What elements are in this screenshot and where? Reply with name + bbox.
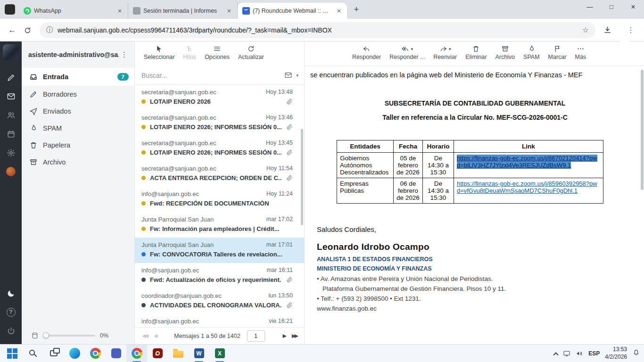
message-row[interactable]: Junta Parroquial San Juan mar 17:02 Fw: … xyxy=(135,212,304,238)
mail-task-icon[interactable] xyxy=(1,87,20,106)
notifications-bell-icon[interactable] xyxy=(632,348,640,358)
dark-mode-moon-icon[interactable] xyxy=(1,284,20,303)
taskbar-edge[interactable] xyxy=(64,345,85,362)
search-scope[interactable]: ▾ xyxy=(284,71,298,79)
message-row[interactable]: secretaria@sanjuan.gob.ec Hoy 11:54 ACTA… xyxy=(135,161,304,187)
taskbar-word[interactable]: W xyxy=(189,345,209,362)
taskbar-excel[interactable]: X xyxy=(209,345,230,362)
help-icon[interactable]: ? xyxy=(1,303,20,321)
zoom-link-selected[interactable]: https://finanzas-gob-ec.zoom.us/j/867021… xyxy=(457,155,597,169)
tab-close-icon[interactable]: × xyxy=(225,7,233,15)
more-button[interactable]: Más xyxy=(570,44,590,61)
last-page-button[interactable]: ▶▶ xyxy=(289,333,300,339)
select-button[interactable]: Seleccionar xyxy=(140,44,179,61)
quota-slider[interactable] xyxy=(43,335,95,337)
threads-button[interactable]: Hilos xyxy=(179,44,200,61)
inbox-icon xyxy=(29,73,38,81)
hidden-icons-chevron[interactable] xyxy=(553,352,559,357)
volume-icon[interactable] xyxy=(576,350,583,357)
maximize-button[interactable]: □ xyxy=(601,0,622,15)
message-subject: Fw: CONVOCATORIA Talleres de revelacion.… xyxy=(150,251,293,258)
logout-power-icon[interactable] xyxy=(1,321,20,340)
tab-sesion-terminada[interactable]: Sesión terminada | Informes × xyxy=(128,3,238,19)
taskbar-browser-profile[interactable] xyxy=(85,345,106,362)
message-row[interactable]: coordinador@sanjuan.gob.ec lun 13:50 ACT… xyxy=(135,288,304,314)
reply-button[interactable]: Responder xyxy=(348,44,385,61)
next-page-button[interactable]: ▶ xyxy=(280,333,289,339)
reload-button[interactable] xyxy=(20,23,35,38)
page-number-input[interactable] xyxy=(247,330,265,342)
folder-papelera[interactable]: Papelera xyxy=(22,137,134,154)
tab-title: Sesión terminada | Informes xyxy=(143,8,222,14)
clock[interactable]: 13:53 4/2/2026 xyxy=(605,346,627,361)
reply-all-button[interactable]: ▾ Responder ... xyxy=(385,44,429,61)
status-dot xyxy=(141,278,146,282)
bookmark-star-icon[interactable]: ☆ xyxy=(582,25,589,34)
delete-button[interactable]: Eliminar xyxy=(461,44,491,61)
contacts-icon[interactable] xyxy=(1,106,20,124)
message-subject: LOTAIP ENERO 2026; INFORMES SESIÓN 0... xyxy=(150,149,281,156)
search-icon xyxy=(29,350,35,355)
task-view-icon xyxy=(50,350,58,356)
taskbar-file-explorer[interactable] xyxy=(168,345,189,362)
minimize-button[interactable]: — xyxy=(579,0,601,15)
tab-close-icon[interactable]: × xyxy=(116,7,124,15)
calendar-icon[interactable] xyxy=(1,124,20,143)
language-indicator[interactable]: ESP xyxy=(588,350,600,357)
message-row[interactable]: Junta Parroquial San Juan mar 17:01 Fw: … xyxy=(135,238,304,263)
first-page-button[interactable]: ◀◀ xyxy=(139,333,150,339)
folder-borradores[interactable]: Borradores xyxy=(22,86,134,103)
display-icon[interactable] xyxy=(563,350,570,357)
search-input[interactable] xyxy=(141,72,280,79)
new-tab-button[interactable]: + xyxy=(350,3,363,16)
message-row[interactable]: secretaria@sanjuan.gob.ec Hoy 13:48 LOTA… xyxy=(135,85,304,110)
taskbar-search-button[interactable] xyxy=(23,345,43,362)
start-button[interactable] xyxy=(2,345,23,362)
message-row[interactable]: secretaria@sanjuan.gob.ec Hoy 13:46 LOTA… xyxy=(135,110,304,136)
content-scrollbar[interactable] xyxy=(641,70,644,190)
zoom-link[interactable]: https://finanzas-gob-ec.zoom.us/j/859603… xyxy=(457,180,597,194)
close-button[interactable]: × xyxy=(622,0,644,15)
cpanel-icon[interactable] xyxy=(1,162,20,181)
list-scrollbar[interactable] xyxy=(301,129,303,225)
address-bar[interactable]: ⓘ webmail.sanjuan.gob.ec/cpsess996471146… xyxy=(40,22,595,38)
taskbar-chrome-active[interactable] xyxy=(126,345,147,362)
tab-roundcube-active[interactable]: (7) Roundcube Webmail :: Entra × xyxy=(238,3,347,19)
task-view-button[interactable] xyxy=(43,345,64,362)
settings-gear-icon[interactable] xyxy=(1,143,20,162)
taskbar-acrobat[interactable] xyxy=(147,345,168,362)
system-tray: ESP 13:53 4/2/2026 xyxy=(554,346,644,361)
browser-menu-icon[interactable]: ⋮ xyxy=(625,25,636,34)
folder-enviados[interactable]: Enviados xyxy=(22,103,134,120)
folder-entrada[interactable]: Entrada 7 xyxy=(22,68,134,86)
taskbar-teams[interactable] xyxy=(106,345,126,362)
col-fecha: Fecha xyxy=(393,140,422,153)
mark-button[interactable]: Marcar xyxy=(544,44,571,61)
signature-website: www.finanzas.gob.ec xyxy=(317,305,640,312)
message-heading-2: Taller en referencia a la Circular No. M… xyxy=(310,114,640,121)
forward-button[interactable]: ▾ Reenviar xyxy=(429,44,461,61)
folder-options-icon[interactable]: ⋮ xyxy=(119,50,130,59)
status-dot xyxy=(141,227,146,231)
roundcube-app: ? asistente-administrativo@sa... ⋮ Entra… xyxy=(0,41,644,344)
site-info-icon[interactable]: ⓘ xyxy=(46,26,53,34)
status-dot xyxy=(141,252,146,256)
compose-icon[interactable] xyxy=(1,68,20,87)
spam-button[interactable]: SPAM xyxy=(519,44,544,61)
mail-icon xyxy=(242,7,250,15)
downloads-icon[interactable] xyxy=(603,25,612,34)
document-icon xyxy=(133,7,140,15)
folder-archivo[interactable]: Archivo xyxy=(22,154,134,171)
message-row[interactable]: info@sanjuan.gob.ec vie 16:21 xyxy=(135,314,304,327)
archive-button[interactable]: Archivo xyxy=(491,44,519,61)
refresh-button[interactable]: Actualizar xyxy=(234,44,268,61)
message-row[interactable]: info@sanjuan.gob.ec mar 16:11 Fwd: Actua… xyxy=(135,263,304,288)
message-row[interactable]: secretaria@sanjuan.gob.ec Hoy 13:45 LOTA… xyxy=(135,136,304,161)
options-button[interactable]: Opciones xyxy=(200,44,234,61)
tab-close-icon[interactable]: × xyxy=(335,7,343,15)
folder-spam[interactable]: SPAM xyxy=(22,120,134,137)
back-button[interactable]: ← xyxy=(5,23,20,38)
message-row[interactable]: info@sanjuan.gob.ec Hoy 11:24 Fwd: RECEP… xyxy=(135,187,304,212)
prev-page-button[interactable]: ◀ xyxy=(150,333,159,339)
tab-whatsapp[interactable]: WhatsApp × xyxy=(19,3,128,19)
